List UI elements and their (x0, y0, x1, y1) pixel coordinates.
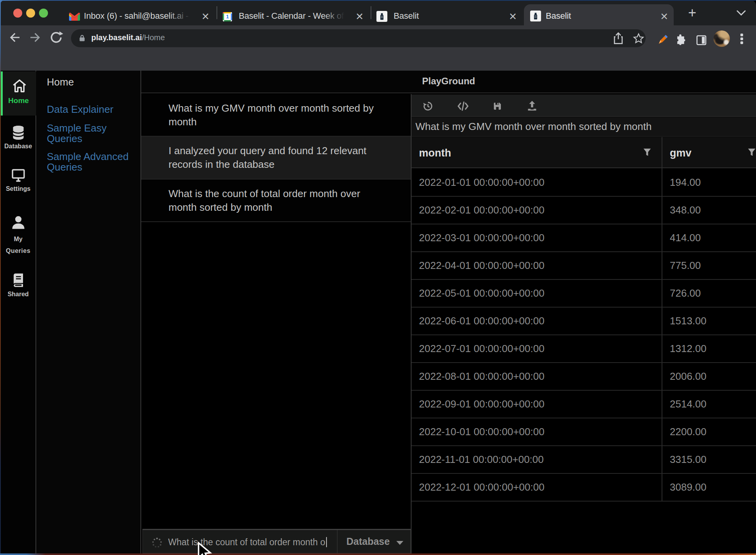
svg-text:1: 1 (226, 14, 229, 20)
